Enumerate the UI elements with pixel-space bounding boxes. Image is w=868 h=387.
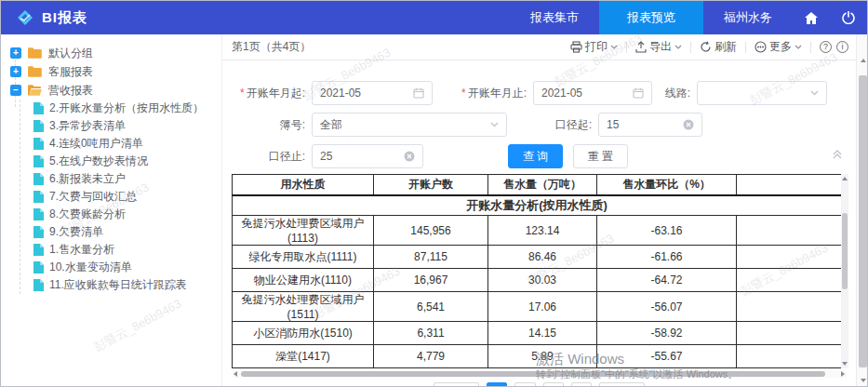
home-icon[interactable] — [793, 1, 830, 34]
power-icon[interactable] — [830, 1, 867, 34]
pagination: 上一页 1 2 3 4 下一页 — [222, 382, 856, 387]
report-item[interactable]: 5.在线户数抄表情况 — [33, 153, 221, 170]
clear-icon[interactable] — [404, 151, 415, 162]
top-navbar: BI报表 报表集市 报表预览 福州水务 — [1, 1, 867, 34]
refresh-button[interactable]: 刷新 — [700, 39, 737, 55]
more-button[interactable]: 更多 — [754, 39, 802, 55]
bi-report-app: BI报表 报表集市 报表预览 福州水务 + — [0, 0, 868, 387]
chevron-down-icon — [610, 45, 618, 49]
report-tree: + 默认分组 + 客服报表 − — [1, 44, 221, 294]
scrollbar-thumb[interactable] — [241, 371, 825, 377]
table-row[interactable]: 免提污水处理费区域用户(1511)6,54117.06-56.07 — [233, 292, 842, 322]
file-icon — [33, 173, 44, 185]
page-vertical-scrollbar[interactable] — [856, 34, 868, 387]
next-page-button[interactable]: 下一页 — [599, 382, 645, 387]
table-title: 开账水量分析(按用水性质) — [233, 195, 842, 216]
start-month-input[interactable]: 2021-05 — [312, 81, 433, 105]
nav-tenant-fuzhou-water[interactable]: 福州水务 — [703, 1, 793, 34]
table-row[interactable]: 物业公建用水(1110)16,96730.03-64.72 — [233, 269, 842, 292]
printer-icon — [570, 41, 582, 53]
info-icon[interactable]: i — [836, 41, 848, 53]
app-title: BI报表 — [42, 9, 87, 27]
nav-report-preview[interactable]: 报表预览 — [599, 1, 703, 34]
col-header-empty — [737, 175, 842, 195]
caliber-from-input[interactable]: 15 — [598, 113, 702, 137]
report-item-label: 2.开账水量分析（按用水性质） — [49, 100, 204, 116]
table-row[interactable]: 绿化专用取水点(1111)87,11586.46-61.66 — [233, 246, 842, 269]
scrollbar-thumb[interactable] — [842, 213, 848, 289]
table-row[interactable]: 免提污水处理费区域用户(1113)145,956123.14-63.16 — [233, 216, 842, 246]
file-icon — [33, 244, 44, 256]
table-vertical-scrollbar[interactable] — [841, 174, 848, 368]
report-item[interactable]: 9.欠费清单 — [33, 223, 221, 241]
file-icon — [33, 261, 44, 274]
expand-icon[interactable]: + — [10, 47, 21, 59]
required-marker: * — [240, 87, 245, 100]
nav-report-market[interactable]: 报表集市 — [510, 1, 599, 34]
book-no-select[interactable]: 全部 — [312, 113, 507, 137]
field-label: *开账年月止: — [444, 86, 533, 101]
collapse-filter-icon[interactable] — [832, 148, 843, 159]
expand-icon[interactable]: + — [10, 66, 21, 77]
reset-button[interactable]: 重置 — [573, 144, 628, 168]
tree-group-label: 营收报表 — [48, 83, 93, 99]
report-table-zone: 开账水量分析(按用水性质) 用水性质 开账户数 售水量（万吨） 售水量环比（%） — [232, 174, 848, 368]
tree-group-revenue[interactable]: − 营收报表 — [1, 81, 221, 100]
prev-page-button[interactable]: 上一页 — [434, 382, 479, 387]
tree-group-customer-service[interactable]: + 客服报表 — [1, 62, 221, 81]
report-item-label: 1.售水量分析 — [49, 242, 114, 258]
caliber-to-input[interactable]: 25 — [312, 144, 423, 168]
report-item[interactable]: 4.连续0吨用户清单 — [33, 135, 221, 153]
file-icon — [33, 155, 44, 167]
chevron-down-icon — [810, 90, 819, 96]
chevron-down-icon — [490, 122, 499, 127]
report-item-label: 4.连续0吨用户清单 — [49, 136, 143, 152]
chevron-down-icon — [795, 45, 802, 49]
table-row[interactable]: 小区消防用水(1510)6,31114.15-58.92 — [233, 322, 842, 345]
export-button[interactable]: 导出 — [635, 39, 682, 55]
report-item[interactable]: 10.水量变动清单 — [33, 259, 221, 276]
scrollbar-thumb[interactable] — [859, 75, 867, 367]
tree-group-default[interactable]: + 默认分组 — [1, 44, 221, 62]
report-item[interactable]: 1.售水量分析 — [33, 241, 221, 259]
filter-panel: *开账年月起: 2021-05 *开账年月止: 2021-05 线路: — [222, 60, 856, 170]
page-button-4[interactable]: 4 — [571, 382, 592, 387]
file-icon — [33, 208, 44, 220]
table-row[interactable]: 澡堂(1417)4,7795.89-55.67 — [233, 345, 842, 368]
col-header: 开账户数 — [374, 175, 488, 195]
report-item[interactable]: 6.新报装未立户 — [33, 170, 221, 188]
required-marker: * — [461, 87, 466, 100]
col-header: 售水量环比（%） — [597, 175, 737, 195]
report-item[interactable]: 8.欠费账龄分析 — [33, 206, 221, 223]
tree-group-label: 客服报表 — [48, 64, 93, 80]
refresh-icon — [700, 41, 712, 53]
line-select[interactable] — [697, 81, 827, 105]
page-button-1[interactable]: 1 — [487, 382, 507, 387]
report-item[interactable]: 7.欠费与回收汇总 — [33, 188, 221, 206]
app-logo-icon — [16, 8, 34, 27]
report-item-label: 10.水量变动清单 — [49, 260, 132, 275]
field-label: *开账年月起: — [222, 86, 312, 101]
calendar-icon — [413, 87, 424, 99]
report-item[interactable]: 2.开账水量分析（按用水性质） — [33, 100, 221, 117]
field-label: 口径止: — [222, 149, 312, 165]
report-item[interactable]: 11.应收账款每日统计跟踪表 — [33, 276, 221, 294]
report-item-label: 5.在线户数抄表情况 — [49, 153, 148, 169]
table-horizontal-scrollbar[interactable] — [232, 370, 847, 378]
print-button[interactable]: 打印 — [570, 39, 618, 55]
report-item[interactable]: 3.异常抄表清单 — [33, 117, 221, 135]
query-button[interactable]: 查询 — [508, 144, 563, 168]
page-button-3[interactable]: 3 — [543, 382, 564, 387]
top-nav-menu: 报表集市 报表预览 福州水务 — [510, 1, 867, 34]
brand: BI报表 — [1, 8, 87, 27]
help-icon[interactable]: ? — [820, 41, 832, 53]
clear-icon[interactable] — [683, 119, 694, 130]
report-main-panel: 第1页（共4页） 打印 导出 — [222, 34, 856, 387]
calendar-icon — [633, 87, 644, 99]
collapse-icon[interactable]: − — [10, 85, 21, 96]
report-item-label: 7.欠费与回收汇总 — [49, 189, 137, 205]
page-button-2[interactable]: 2 — [514, 382, 535, 387]
end-month-input[interactable]: 2021-05 — [533, 81, 652, 105]
report-toolbar: 第1页（共4页） 打印 导出 — [222, 34, 856, 60]
file-icon — [33, 191, 44, 203]
